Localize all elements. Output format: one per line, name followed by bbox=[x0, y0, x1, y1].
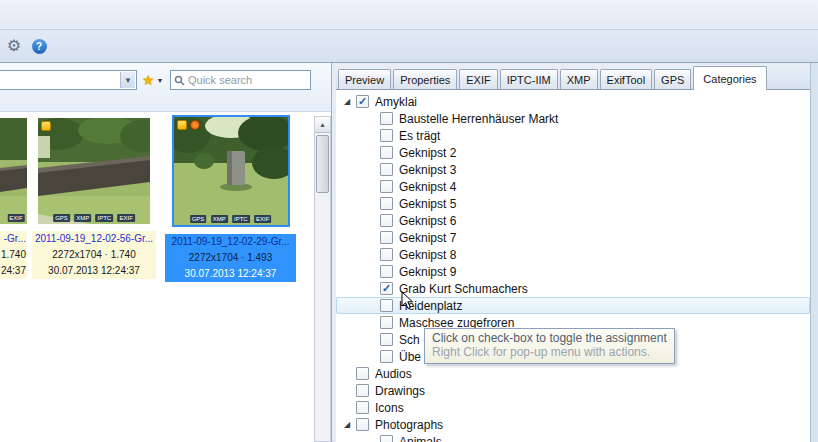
category-label: Geknipst 7 bbox=[399, 231, 456, 245]
category-row[interactable]: Icons bbox=[336, 399, 810, 416]
thumbnail-filename: 2011-09-19_12-02-29-Gr... bbox=[165, 234, 296, 250]
filter-dropdown[interactable]: ▼ bbox=[0, 70, 137, 90]
category-row[interactable]: Baustelle Herrenhäuser Markt bbox=[336, 110, 810, 127]
category-label: Grab Kurt Schumachers bbox=[399, 282, 528, 296]
category-checkbox[interactable] bbox=[380, 214, 393, 227]
thumbnail-item[interactable]: GPS·XMP·IPTC·EXIF 2011-09-19_12-02-56-Gr… bbox=[32, 118, 156, 279]
category-row[interactable]: Geknipst 3 bbox=[336, 161, 810, 178]
category-checkbox[interactable]: ✓ bbox=[356, 95, 369, 108]
pin-icon bbox=[190, 120, 200, 130]
category-row[interactable]: Geknipst 9 bbox=[336, 263, 810, 280]
star-icon: ★ bbox=[142, 72, 155, 88]
window-chrome: ⚙ ? bbox=[0, 0, 818, 63]
thumbnail-markers bbox=[177, 120, 200, 130]
category-checkbox[interactable]: ✓ bbox=[380, 282, 393, 295]
category-row[interactable]: Geknipst 2 bbox=[336, 144, 810, 161]
category-tree: ◢✓AmyklaiBaustelle Herrenhäuser MarktEs … bbox=[336, 90, 810, 442]
category-checkbox[interactable] bbox=[380, 112, 393, 125]
metadata-badges: GPS·XMP·IPTC·EXIF bbox=[190, 215, 272, 223]
badge-separator: · bbox=[114, 214, 116, 222]
gear-icon: ⚙ bbox=[7, 38, 21, 54]
file-browser-panel: ▼ ★ ▼ bbox=[0, 63, 331, 442]
tab-exif[interactable]: EXIF bbox=[459, 69, 497, 89]
category-checkbox[interactable] bbox=[380, 197, 393, 210]
badge-separator: · bbox=[251, 215, 253, 223]
tab-preview[interactable]: Preview bbox=[338, 69, 391, 89]
tab-exiftool[interactable]: ExifTool bbox=[600, 69, 653, 89]
metadata-badge: XMP bbox=[74, 214, 91, 222]
scroll-up-button[interactable]: ▲ bbox=[315, 117, 330, 133]
thumbnail-date: 30.07.2013 12:24:37 bbox=[32, 263, 156, 279]
category-row[interactable]: Geknipst 4 bbox=[336, 178, 810, 195]
tab-iptc-iim[interactable]: IPTC-IIM bbox=[500, 69, 558, 89]
category-checkbox[interactable] bbox=[380, 435, 393, 442]
thumbnail-photo: GPS·XMP·IPTC·EXIF bbox=[38, 118, 150, 224]
menu-bar bbox=[0, 0, 818, 30]
category-label: Icons bbox=[375, 401, 404, 415]
expanded-arrow-icon[interactable]: ◢ bbox=[342, 97, 356, 107]
settings-button[interactable]: ⚙ bbox=[3, 35, 25, 57]
category-row[interactable]: ◢Photographs bbox=[336, 416, 810, 433]
metadata-badge: EXIF bbox=[254, 215, 271, 223]
category-checkbox[interactable] bbox=[380, 231, 393, 244]
thumbnail-scrollbar[interactable]: ▲ bbox=[314, 116, 331, 442]
metadata-badge: IPTC bbox=[96, 214, 114, 222]
thumbnail-markers bbox=[41, 121, 51, 131]
category-row[interactable]: ◢✓Amyklai bbox=[336, 93, 810, 110]
search-input[interactable] bbox=[188, 74, 307, 86]
chevron-down-icon: ▼ bbox=[157, 77, 164, 84]
category-checkbox[interactable] bbox=[380, 299, 393, 312]
category-checkbox[interactable] bbox=[380, 248, 393, 261]
thumbnail-labels: -Gr... 1.740 24:37 bbox=[0, 231, 27, 279]
quick-search-box[interactable] bbox=[170, 70, 311, 90]
badge-separator: · bbox=[71, 214, 73, 222]
category-checkbox[interactable] bbox=[380, 333, 393, 346]
tab-xmp[interactable]: XMP bbox=[560, 69, 598, 89]
category-label: Photographs bbox=[375, 418, 443, 432]
category-checkbox[interactable] bbox=[356, 367, 369, 380]
scrollbar-thumb[interactable] bbox=[316, 135, 329, 193]
category-checkbox[interactable] bbox=[356, 384, 369, 397]
category-checkbox[interactable] bbox=[380, 163, 393, 176]
category-checkbox[interactable] bbox=[380, 316, 393, 329]
category-label: Übe bbox=[399, 350, 421, 364]
help-icon: ? bbox=[32, 39, 47, 54]
category-label: Audios bbox=[375, 367, 412, 381]
flag-icon bbox=[177, 120, 187, 130]
category-checkbox[interactable] bbox=[380, 265, 393, 278]
category-checkbox[interactable] bbox=[356, 401, 369, 414]
category-label: Amyklai bbox=[375, 95, 417, 109]
search-icon bbox=[174, 75, 185, 86]
help-button[interactable]: ? bbox=[28, 35, 50, 57]
thumbnail-item-partial[interactable]: EXIF -Gr... 1.740 24:37 bbox=[0, 118, 27, 279]
expanded-arrow-icon[interactable]: ◢ bbox=[342, 420, 356, 430]
category-label: Animals bbox=[399, 435, 442, 442]
thumbnail-size: 2272x1704 · 1.740 bbox=[32, 247, 156, 263]
category-checkbox[interactable] bbox=[356, 418, 369, 431]
category-row[interactable]: Es trägt bbox=[336, 127, 810, 144]
category-row[interactable]: Audios bbox=[336, 365, 810, 382]
category-checkbox[interactable] bbox=[380, 129, 393, 142]
favorites-button[interactable]: ★ ▼ bbox=[142, 70, 164, 90]
chevron-down-icon[interactable]: ▼ bbox=[120, 72, 135, 88]
tab-gps[interactable]: GPS bbox=[654, 69, 691, 89]
category-checkbox[interactable] bbox=[380, 350, 393, 363]
thumbnail-date: 24:37 bbox=[1, 263, 26, 279]
category-checkbox[interactable] bbox=[380, 180, 393, 193]
tab-categories[interactable]: Categories bbox=[693, 66, 766, 90]
category-row[interactable]: Geknipst 8 bbox=[336, 246, 810, 263]
tooltip-line2: Right Click for pop-up menu with actions… bbox=[432, 345, 667, 359]
category-checkbox[interactable] bbox=[380, 146, 393, 159]
metadata-badges: GPS·XMP·IPTC·EXIF bbox=[53, 214, 135, 222]
category-row[interactable]: Geknipst 5 bbox=[336, 195, 810, 212]
category-row[interactable]: Geknipst 6 bbox=[336, 212, 810, 229]
category-row[interactable]: Geknipst 7 bbox=[336, 229, 810, 246]
tab-properties[interactable]: Properties bbox=[393, 69, 457, 89]
thumbnail-item-selected[interactable]: GPS·XMP·IPTC·EXIF 2011-09-19_12-02-29-Gr… bbox=[165, 115, 296, 282]
thumbnail-date: 30.07.2013 12:24:37 bbox=[165, 266, 296, 282]
category-row[interactable]: Drawings bbox=[336, 382, 810, 399]
category-label: Geknipst 8 bbox=[399, 248, 456, 262]
thumbnail-size: 2272x1704 · 1.493 bbox=[165, 250, 296, 266]
category-label: Sch bbox=[399, 333, 420, 347]
category-row[interactable]: Animals bbox=[336, 433, 810, 442]
